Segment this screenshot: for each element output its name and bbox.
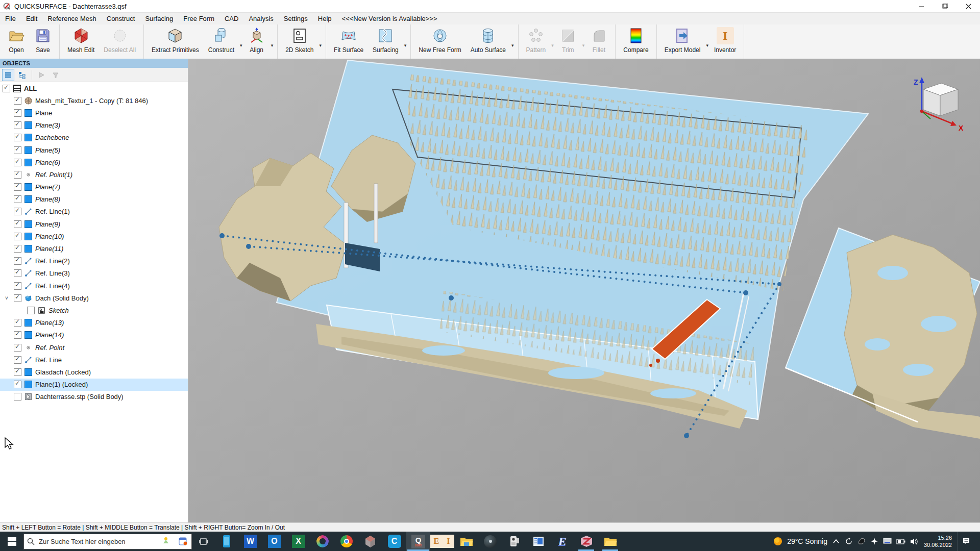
tree-view-button[interactable] bbox=[16, 69, 29, 81]
pattern-dropdown-arrow[interactable]: ▾ bbox=[550, 43, 555, 48]
fit-surface-button[interactable]: Fit Surface bbox=[329, 24, 368, 59]
tree-item-refline[interactable]: Ref. Line bbox=[0, 354, 188, 366]
taskbar-search-input[interactable]: Zur Suche Text hier eingeben bbox=[23, 534, 192, 549]
taskbar-inventor-app[interactable]: EI bbox=[430, 532, 454, 551]
checkbox[interactable] bbox=[14, 159, 21, 166]
tree-item-glasdach[interactable]: Glasdach (Locked) bbox=[0, 366, 188, 378]
checkbox[interactable] bbox=[14, 245, 21, 253]
menu-file[interactable]: File bbox=[0, 13, 21, 24]
menu-help[interactable]: Help bbox=[313, 13, 337, 24]
list-view-button[interactable] bbox=[2, 69, 14, 81]
play-button[interactable] bbox=[35, 69, 47, 81]
checkbox[interactable] bbox=[14, 356, 21, 364]
mouse-icon[interactable] bbox=[857, 537, 866, 545]
tree-item-plane1-selected[interactable]: Plane(1) (Locked) bbox=[0, 379, 188, 391]
taskbar-exscan-app[interactable] bbox=[478, 532, 502, 551]
align-dropdown-arrow[interactable]: ▾ bbox=[270, 43, 275, 48]
checkbox[interactable] bbox=[14, 233, 21, 240]
pattern-button[interactable]: Pattern bbox=[522, 24, 551, 59]
taskbar-office-app[interactable] bbox=[310, 532, 334, 551]
checkbox[interactable] bbox=[14, 257, 21, 265]
menu-free-form[interactable]: Free Form bbox=[178, 13, 219, 24]
export-model-dropdown-arrow[interactable]: ▾ bbox=[705, 43, 709, 48]
taskbar-mesh-app[interactable] bbox=[358, 532, 382, 551]
tree-item-plane8[interactable]: Plane(8) bbox=[0, 193, 188, 206]
checkbox[interactable] bbox=[14, 393, 21, 400]
checkbox[interactable] bbox=[14, 269, 21, 277]
tree-item-refpoint[interactable]: Ref. Point bbox=[0, 341, 188, 354]
tree-item-plane5[interactable]: Plane(5) bbox=[0, 144, 188, 156]
extract-primitives-button[interactable]: Extract Primitives bbox=[147, 24, 204, 59]
checkbox[interactable] bbox=[14, 208, 21, 215]
checkbox[interactable] bbox=[14, 344, 21, 352]
tree-item-sketch[interactable]: Sketch bbox=[0, 304, 188, 316]
new-free-form-button[interactable]: New Free Form bbox=[414, 24, 465, 59]
menu-surfacing[interactable]: Surfacing bbox=[140, 13, 178, 24]
checkbox[interactable] bbox=[14, 294, 21, 302]
tree-item-refline4[interactable]: Ref. Line(4) bbox=[0, 280, 188, 292]
minimize-button[interactable] bbox=[910, 0, 933, 12]
display-icon[interactable] bbox=[883, 538, 892, 545]
tree-item-refline3[interactable]: Ref. Line(3) bbox=[0, 267, 188, 280]
export-model-button[interactable]: Export Model bbox=[660, 24, 705, 59]
menu-analysis[interactable]: Analysis bbox=[243, 13, 278, 24]
checkbox[interactable] bbox=[14, 220, 21, 228]
tree-item-plane6[interactable]: Plane(6) bbox=[0, 156, 188, 168]
checkbox[interactable] bbox=[14, 195, 21, 203]
tree-item-plane[interactable]: Plane bbox=[0, 107, 188, 119]
tree-item-refline2[interactable]: Ref. Line(2) bbox=[0, 255, 188, 267]
tray-clock[interactable]: 15:26 30.06.2022 bbox=[924, 534, 952, 549]
close-button[interactable] bbox=[957, 0, 980, 12]
taskbar-outlook-app[interactable]: O bbox=[262, 532, 286, 551]
checkbox[interactable] bbox=[14, 368, 21, 376]
checkbox[interactable] bbox=[14, 319, 21, 327]
sync-icon[interactable] bbox=[845, 537, 853, 545]
checkbox[interactable] bbox=[14, 282, 21, 290]
surfacing-button[interactable]: Surfacing bbox=[368, 24, 403, 59]
deselect-all-button[interactable]: Deselect All bbox=[99, 24, 140, 59]
tree-item-all[interactable]: ALL bbox=[0, 82, 188, 94]
fillet-button[interactable]: Fillet bbox=[585, 24, 612, 59]
battery-icon[interactable] bbox=[896, 538, 905, 545]
auto-surface-dropdown-arrow[interactable]: ▾ bbox=[510, 43, 515, 48]
checkbox[interactable] bbox=[14, 381, 21, 388]
menu-cad[interactable]: CAD bbox=[219, 13, 243, 24]
speaker-icon[interactable] bbox=[910, 538, 919, 545]
tray-expand-chevron[interactable] bbox=[832, 539, 840, 544]
taskbar-phone-app[interactable] bbox=[214, 532, 238, 551]
start-button[interactable] bbox=[0, 532, 23, 551]
2d-sketch-button[interactable]: 2D Sketch bbox=[281, 24, 318, 59]
trim-button[interactable]: Trim bbox=[555, 24, 581, 59]
taskbar-folder-app[interactable] bbox=[598, 532, 622, 551]
taskbar-word-app[interactable]: W bbox=[238, 532, 262, 551]
compare-button[interactable]: Compare bbox=[619, 24, 653, 59]
taskbar-blue-window-app[interactable] bbox=[526, 532, 550, 551]
menu-reference-mesh[interactable]: Reference Mesh bbox=[42, 13, 101, 24]
mesh-edit-button[interactable]: Mesh Edit bbox=[63, 24, 99, 59]
trim-dropdown-arrow[interactable]: ▾ bbox=[581, 43, 586, 48]
checkbox[interactable] bbox=[14, 134, 21, 141]
tree-item-mesh-textur[interactable]: Mesh_mit_Textur_1 - Copy (T: 81 846) bbox=[0, 94, 188, 107]
maximize-button[interactable] bbox=[933, 0, 957, 12]
taskbar-explorer-app[interactable] bbox=[454, 532, 478, 551]
menu-new-version[interactable]: <<<New Version is Available>>> bbox=[337, 13, 443, 24]
taskbar-excel-app[interactable]: X bbox=[286, 532, 310, 551]
expander-chevron-icon[interactable]: ˅ bbox=[5, 295, 11, 301]
construct-dropdown-arrow[interactable]: ▾ bbox=[239, 43, 243, 48]
menu-settings[interactable]: Settings bbox=[279, 13, 313, 24]
construct-button[interactable]: Construct bbox=[204, 24, 239, 59]
taskbar-chrome-app[interactable] bbox=[334, 532, 358, 551]
save-button[interactable]: Save bbox=[30, 24, 56, 59]
3d-viewport[interactable]: Z X bbox=[188, 59, 980, 522]
auto-surface-button[interactable]: Auto Surface bbox=[466, 24, 510, 59]
menu-construct[interactable]: Construct bbox=[102, 13, 140, 24]
surfacing-dropdown-arrow[interactable]: ▾ bbox=[403, 43, 408, 48]
tray-weather[interactable]: 29°C Sonnig bbox=[773, 536, 827, 546]
checkbox[interactable] bbox=[14, 97, 21, 105]
taskbar-quicksurface-app[interactable]: Q 2022 bbox=[406, 532, 430, 551]
tree-item-dach[interactable]: ˅Dach (Solid Body) bbox=[0, 292, 188, 304]
taskbar-e-app[interactable]: E bbox=[550, 532, 574, 551]
filter-button[interactable] bbox=[50, 69, 62, 81]
align-button[interactable]: Align bbox=[243, 24, 270, 59]
menu-edit[interactable]: Edit bbox=[21, 13, 42, 24]
